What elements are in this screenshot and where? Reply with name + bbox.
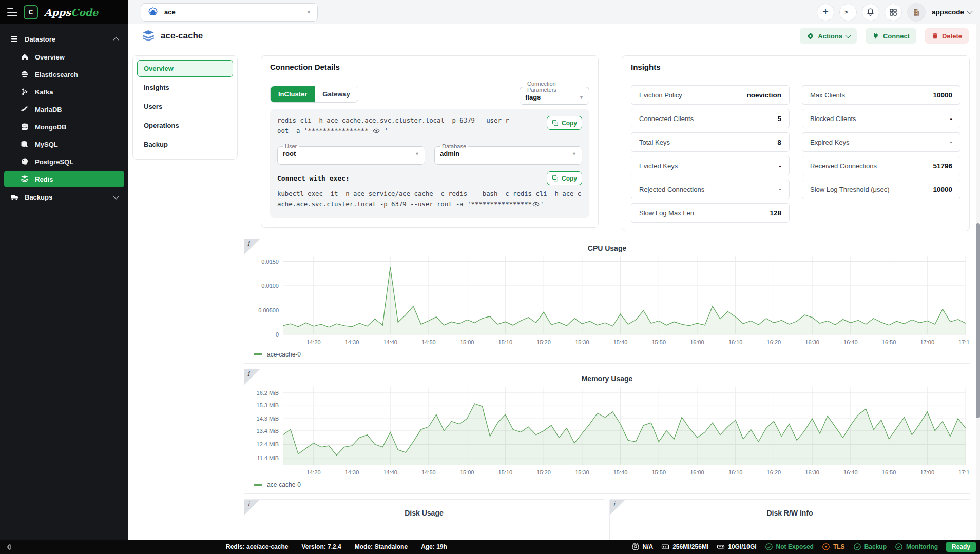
info-icon[interactable]: i [244,239,260,254]
terminal-button[interactable]: >_ [839,4,857,21]
chevron-down-icon: ▼ [572,151,577,156]
backups-truck-icon [10,193,18,201]
avatar[interactable] [907,3,926,22]
appscode-logo[interactable]: AppsCode [44,7,98,18]
sidebar-item-label: Redis [35,175,53,183]
legend-label: ace-cache-0 [267,481,301,488]
actions-button[interactable]: Actions [800,28,857,44]
chart-panel-disk-usage: iDisk Usage [244,499,604,540]
statusbar-info: Version: 7.2.4 [301,543,341,550]
svg-text:17:00: 17:00 [920,339,935,345]
svg-text:14:40: 14:40 [383,469,397,476]
svg-text:17:00: 17:00 [920,469,935,476]
sidebar-item-mongodb[interactable]: MongoDB [4,118,124,135]
tab-gateway[interactable]: Gateway [315,86,357,102]
chart-legend: ace-cache-0 [244,350,970,363]
copy-exec-button[interactable]: Copy [547,171,582,185]
tab-users[interactable]: Users [137,98,233,115]
namespace-select[interactable]: ace ▼ [141,3,318,22]
svg-text:16.2 MiB: 16.2 MiB [257,390,279,396]
sidebar-item-label: PostgreSQL [35,158,73,166]
status-bar: Redis: ace/ace-cacheVersion: 7.2.4Mode: … [0,540,980,554]
chart-panel-disk-r-w-info: iDisk R/W Info [609,499,970,540]
svg-text:14:20: 14:20 [306,339,321,345]
resource-tabs: OverviewInsightsUsersOperationsBackup [132,55,238,160]
tab-backup[interactable]: Backup [137,136,233,153]
tab-operations[interactable]: Operations [137,117,233,134]
connection-parameters-select[interactable]: Connection Parameters flags▼ [520,81,589,105]
svg-text:16:20: 16:20 [767,339,781,345]
insights-title: Insights [622,56,969,78]
mongodb-icon [21,123,29,131]
delete-button[interactable]: Delete [925,28,969,44]
legend-swatch-icon [254,353,262,355]
menu-toggle-icon[interactable] [7,8,17,16]
database-select[interactable]: Database admin▼ [434,143,582,165]
reveal-password-icon[interactable] [532,201,540,207]
exec-label: Connect with exec: [277,174,350,182]
collapse-panel-icon[interactable] [5,543,13,551]
tab-overview[interactable]: Overview [137,60,233,77]
svg-text:14:40: 14:40 [383,339,397,345]
svg-text:16:00: 16:00 [690,339,704,345]
chevron-down-icon: ▼ [415,151,419,156]
redis-icon [21,175,29,183]
chevron-down-icon [113,193,119,199]
mariadb-icon [21,105,29,113]
connection-details-title: Connection Details [261,56,598,78]
svg-text:16:20: 16:20 [767,469,781,476]
mysql-icon [21,140,29,148]
sidebar-item-redis[interactable]: Redis [4,171,124,187]
info-icon[interactable]: i [610,500,625,515]
scrollbar-track[interactable] [976,24,980,540]
statusbar-info: Redis: ace/ace-cache [226,543,288,550]
chart-plot: 14:2014:3014:4014:5015:0015:1015:2015:30… [244,383,970,480]
insight-stat: Max Clients10000 [802,85,960,105]
chevron-down-icon [845,32,851,38]
notifications-button[interactable] [862,4,879,21]
info-icon[interactable]: i [244,369,260,385]
status-label: Not Exposed [776,543,814,550]
sidebar-item-overview[interactable]: Overview [4,49,124,65]
apps-grid-button[interactable] [885,4,902,21]
chart-panel-cpu-usage: iCPU Usage14:2014:3014:4014:5015:0015:10… [244,239,970,364]
chart-title: Memory Usage [244,369,970,383]
tab-incluster[interactable]: InCluster [271,86,315,102]
info-icon[interactable]: i [244,500,260,515]
insight-stat: Slow Log Threshold (μsec)10000 [802,180,960,199]
svg-text:0.00500: 0.00500 [258,307,279,313]
reveal-password-icon[interactable] [373,128,380,134]
insight-stat: Slow Log Max Len128 [631,203,790,223]
stat-value: 5 [777,115,781,123]
sidebar-item-kafka[interactable]: Kafka [4,84,124,100]
scrollbar-thumb[interactable] [976,223,980,418]
sidebar-section-backups[interactable]: Backups [4,188,124,206]
svg-text:16:10: 16:10 [728,339,743,345]
sidebar-item-elasticsearch[interactable]: Elasticsearch [4,66,124,83]
sidebar-item-mariadb[interactable]: MariaDB [4,101,124,117]
sidebar-item-postgresql[interactable]: PostgreSQL [4,153,124,170]
metrics-charts: iCPU Usage14:2014:3014:4014:5015:0015:10… [244,239,970,540]
svg-text:15:20: 15:20 [536,339,551,345]
sidebar-section-datastore[interactable]: Datastore [4,30,124,48]
insights-card: Insights Eviction PolicynoevictionConnec… [622,55,970,231]
svg-text:16:00: 16:00 [690,469,704,476]
connect-button[interactable]: Connect [866,28,916,44]
ready-badge[interactable]: Ready [946,542,976,552]
status-label: Monitoring [906,543,938,550]
svg-text:14:20: 14:20 [306,469,321,476]
svg-text:16:10: 16:10 [728,469,743,476]
appscode-logo-icon: C [24,5,38,19]
user-menu[interactable]: appscode [932,8,972,16]
status-not-exposed: Not Exposed [765,543,814,551]
sidebar-item-label: MariaDB [35,106,62,113]
create-button[interactable]: + [817,4,834,21]
gear-icon [806,32,814,40]
sidebar-item-mysql[interactable]: MySQL [4,136,124,152]
chart-title: Disk Usage [244,500,604,517]
tab-insights[interactable]: Insights [137,79,233,96]
stat-label: Blocked Clients [810,115,856,123]
connection-details-card: Connection Details InCluster Gateway Con… [261,55,599,228]
user-select[interactable]: User root▼ [277,143,425,165]
copy-cli-button[interactable]: Copy [547,116,582,130]
